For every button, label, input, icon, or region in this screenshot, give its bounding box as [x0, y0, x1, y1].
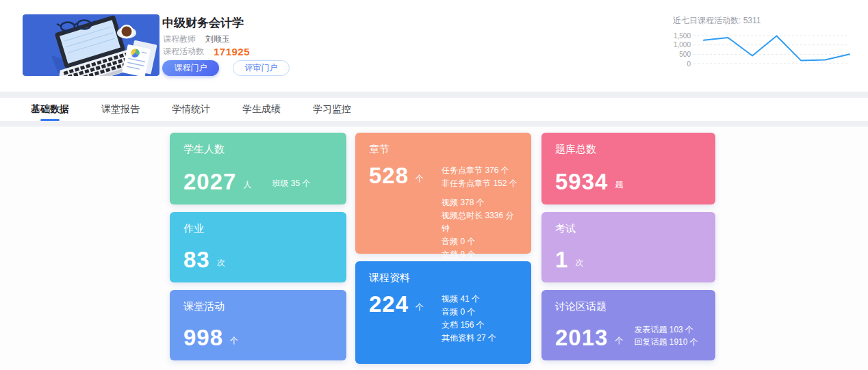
tab-label: 基础数据	[31, 103, 69, 116]
card-subtext: 文档 8 个	[442, 248, 518, 261]
course-cover-illustration	[23, 14, 159, 76]
card-subtext: 班级 35 个	[272, 177, 310, 190]
card-value: 83	[183, 248, 210, 271]
tab-label: 学习监控	[313, 103, 351, 116]
card-sub-details: 发表话题 103 个 回复话题 1910 个	[634, 323, 698, 348]
activity-count-value: 171925	[214, 46, 250, 57]
card-subtext: 发表话题 103 个	[634, 323, 698, 336]
card-value: 998	[183, 326, 223, 349]
active-tab-underline	[40, 119, 60, 121]
card-unit: 人	[243, 179, 251, 191]
card-value: 5934	[555, 170, 608, 193]
card-subtext: 音频 0 个	[442, 235, 518, 248]
tab-student-grades[interactable]: 学生成绩	[242, 98, 281, 121]
card-title: 题库总数	[555, 143, 702, 156]
card-sub-details: 任务点章节 376 个 非任务点章节 152 个 视频 378 个 视频总时长 …	[442, 164, 518, 274]
course-dashboard: { "header": { "course_title": "中级财务会计学",…	[0, 0, 868, 370]
card-class-activities: 课堂活动 998 个	[170, 290, 346, 360]
card-subtext: 回复话题 1910 个	[634, 336, 698, 348]
card-subtext: 非任务点章节 152 个	[442, 177, 518, 190]
card-value: 2027	[183, 170, 236, 193]
card-unit: 个	[416, 302, 424, 313]
card-value: 2013	[555, 326, 608, 349]
svg-text:1,000: 1,000	[674, 41, 691, 49]
course-header: 中级财务会计学 课程教师 刘顺玉 课程活动数 171925 课程门户 评审门户 …	[0, 0, 868, 92]
activity-line-chart: 1,5001,0005000	[673, 31, 852, 70]
card-chapters: 章节 528 个 任务点章节 376 个 非任务点章节 152 个 视频 378…	[355, 133, 531, 254]
card-value: 224	[369, 293, 409, 315]
card-unit: 个	[416, 173, 424, 185]
card-title: 学生人数	[183, 143, 333, 156]
card-sub-details: 视频 41 个 音频 0 个 文档 156 个 其他资料 27 个	[442, 293, 496, 345]
svg-text:500: 500	[679, 51, 691, 58]
tab-basic-data[interactable]: 基础数据	[31, 98, 69, 121]
card-exams: 考试 1 次	[541, 212, 715, 282]
card-subtext: 视频总时长 3336 分钟	[442, 209, 518, 235]
card-unit: 个	[230, 335, 238, 347]
card-subtext: 文档 156 个	[442, 319, 496, 332]
basic-data-content: 学生人数 2027 人 班级 35 个 作业 83 次 课堂活动 998 个 章…	[0, 127, 868, 370]
header-buttons: 课程门户 评审门户	[162, 60, 290, 76]
tab-label: 学情统计	[172, 103, 210, 116]
card-title: 考试	[555, 222, 702, 235]
card-question-bank: 题库总数 5934 题	[541, 133, 715, 204]
svg-text:0: 0	[687, 60, 691, 68]
teacher-label: 课程教师	[163, 34, 196, 45]
activity-row: 课程活动数 171925	[163, 46, 250, 57]
svg-text:1,500: 1,500	[674, 32, 691, 40]
weekly-activity-chart: 近七日课程活动数: 5311 1,5001,0005000	[673, 15, 858, 73]
tab-label: 学生成绩	[242, 103, 281, 116]
card-unit: 个	[615, 335, 623, 347]
card-title: 课堂活动	[183, 300, 333, 313]
review-portal-button[interactable]: 评审门户	[233, 60, 290, 76]
tab-class-report[interactable]: 课堂报告	[101, 98, 140, 121]
tab-label: 课堂报告	[101, 103, 140, 116]
card-unit: 题	[615, 179, 623, 191]
chart-title: 近七日课程活动数: 5311	[673, 15, 858, 27]
card-title: 讨论区话题	[555, 300, 702, 313]
card-title: 章节	[369, 143, 518, 156]
card-course-materials: 课程资料 224 个 视频 41 个 音频 0 个 文档 156 个 其他资料 …	[355, 261, 531, 364]
card-unit: 次	[575, 257, 583, 269]
card-subtext: 视频 41 个	[442, 293, 496, 306]
cards-column-3: 题库总数 5934 题 考试 1 次 讨论区话题 2013 个 发表话题 103…	[541, 133, 715, 360]
card-subtext: 任务点章节 376 个	[442, 164, 518, 177]
activity-count-label: 课程活动数	[163, 46, 204, 57]
card-subtext: 视频 378 个	[442, 196, 518, 209]
card-subtext: 音频 0 个	[442, 306, 496, 319]
cards-column-1: 学生人数 2027 人 班级 35 个 作业 83 次 课堂活动 998 个	[170, 133, 346, 360]
teacher-row: 课程教师 刘顺玉	[163, 34, 230, 45]
card-title: 作业	[183, 222, 333, 235]
course-cover	[23, 14, 159, 76]
cards-column-2: 章节 528 个 任务点章节 376 个 非任务点章节 152 个 视频 378…	[355, 133, 531, 364]
card-homework: 作业 83 次	[170, 212, 346, 282]
card-value: 528	[369, 164, 409, 187]
card-value: 1	[555, 248, 568, 271]
tab-learning-stats[interactable]: 学情统计	[172, 98, 210, 121]
card-discussion-topics: 讨论区话题 2013 个 发表话题 103 个 回复话题 1910 个	[541, 290, 715, 360]
dashboard-tabs: 基础数据 课堂报告 学情统计 学生成绩 学习监控	[0, 98, 868, 121]
teacher-name: 刘顺玉	[205, 34, 230, 45]
card-subtext: 其他资料 27 个	[442, 332, 496, 345]
course-title: 中级财务会计学	[162, 15, 244, 31]
card-title: 课程资料	[369, 272, 518, 285]
card-students: 学生人数 2027 人 班级 35 个	[170, 133, 346, 204]
tab-learning-monitor[interactable]: 学习监控	[313, 98, 351, 121]
course-portal-button[interactable]: 课程门户	[162, 60, 219, 76]
card-unit: 次	[217, 257, 225, 269]
